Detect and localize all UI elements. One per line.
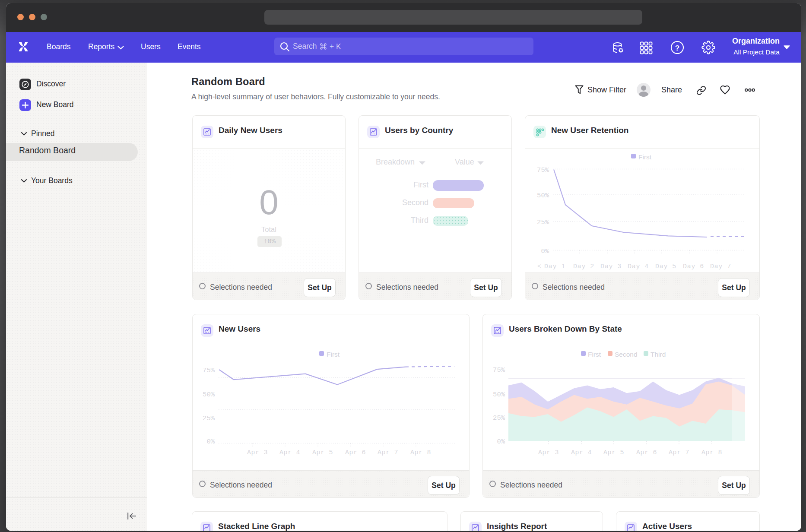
svg-text:25%: 25% [537, 218, 549, 226]
svg-text:25%: 25% [203, 415, 215, 422]
svg-text:Apr 7: Apr 7 [378, 449, 398, 456]
svg-text:50%: 50% [493, 391, 505, 399]
svg-text:Apr 8: Apr 8 [701, 449, 722, 456]
svg-text:Day 2: Day 2 [573, 263, 594, 270]
svg-text:Day 6: Day 6 [683, 263, 704, 270]
svg-text:Day 5: Day 5 [655, 263, 676, 270]
svg-text:Apr 6: Apr 6 [345, 449, 366, 456]
svg-text:Apr 5: Apr 5 [603, 449, 624, 456]
svg-text:First: First [588, 351, 601, 358]
svg-text:Apr 3: Apr 3 [538, 449, 559, 456]
svg-text:Apr 7: Apr 7 [669, 449, 689, 456]
svg-text:Second: Second [615, 351, 638, 358]
svg-text:50%: 50% [203, 391, 215, 399]
svg-text:Day 1: Day 1 [544, 263, 565, 270]
svg-text:Apr 3: Apr 3 [247, 449, 268, 456]
svg-text:Apr 8: Apr 8 [410, 449, 431, 456]
svg-text:Apr 6: Apr 6 [636, 449, 657, 456]
svg-text:Day 4: Day 4 [628, 263, 649, 270]
svg-text:0%: 0% [541, 247, 549, 255]
svg-text:First: First [638, 153, 652, 161]
svg-text:<: < [537, 263, 542, 270]
svg-text:?: ? [675, 44, 679, 52]
svg-text:25%: 25% [493, 414, 505, 422]
svg-text:Third: Third [651, 351, 666, 358]
svg-text:75%: 75% [537, 166, 549, 174]
svg-text:75%: 75% [493, 366, 505, 374]
svg-text:75%: 75% [203, 367, 215, 374]
svg-text:0%: 0% [497, 438, 505, 446]
svg-text:Apr 4: Apr 4 [279, 449, 300, 456]
svg-text:Day 3: Day 3 [600, 263, 622, 270]
svg-text:First: First [327, 351, 340, 358]
svg-text:Day 7: Day 7 [710, 263, 731, 270]
svg-text:Apr 5: Apr 5 [312, 449, 333, 456]
svg-text:50%: 50% [537, 192, 549, 200]
svg-text:0%: 0% [206, 438, 215, 446]
svg-text:Apr 4: Apr 4 [571, 449, 592, 456]
